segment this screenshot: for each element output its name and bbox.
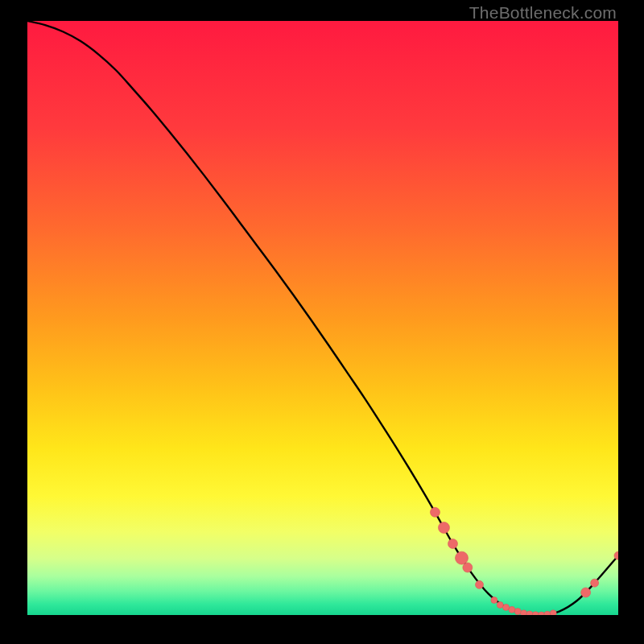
data-marker — [476, 580, 484, 588]
data-marker — [521, 610, 527, 615]
data-marker — [509, 606, 515, 613]
data-marker — [581, 588, 591, 597]
data-marker — [526, 611, 533, 615]
chart-svg — [27, 21, 618, 615]
data-marker — [503, 604, 510, 610]
data-marker — [438, 522, 449, 534]
plot-area — [27, 21, 618, 615]
data-marker — [491, 597, 497, 604]
data-marker — [539, 612, 545, 615]
data-marker — [550, 610, 556, 615]
data-marker — [514, 609, 521, 615]
chart-stage: TheBottleneck.com — [0, 0, 644, 644]
data-marker — [455, 551, 468, 564]
data-marker — [544, 611, 551, 615]
bottleneck-curve — [27, 21, 618, 615]
watermark-text: TheBottleneck.com — [469, 3, 617, 23]
data-marker — [430, 507, 440, 517]
data-marker — [463, 563, 473, 572]
data-marker — [591, 579, 599, 587]
data-marker — [532, 612, 539, 615]
data-markers — [430, 507, 618, 615]
data-marker — [497, 601, 503, 608]
data-marker — [448, 539, 457, 548]
